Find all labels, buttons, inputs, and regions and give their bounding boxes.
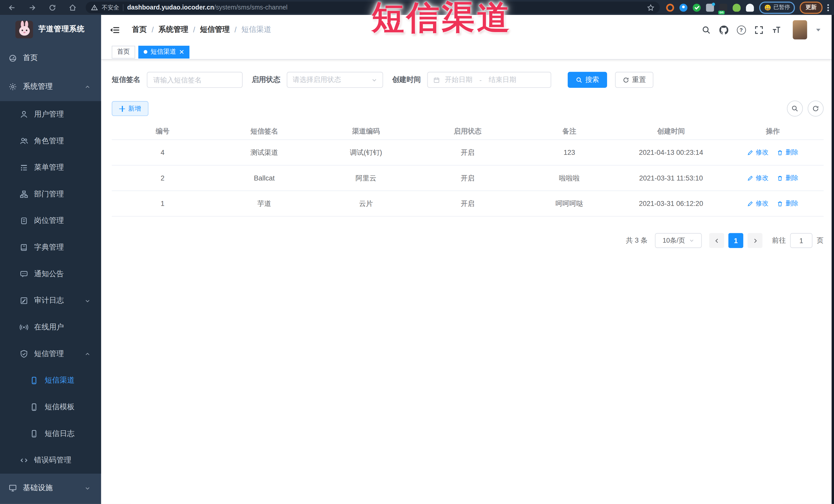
breadcrumb-current: 短信渠道 [241, 25, 271, 35]
extension-people-icon[interactable] [706, 3, 714, 11]
add-button[interactable]: 新增 [112, 101, 148, 116]
sign-input[interactable] [147, 72, 243, 88]
sidebar-item-error-code[interactable]: 错误码管理 [0, 447, 101, 474]
filter-form: 短信签名 启用状态 请选择启用状态 创建时间 开始日期 - 结束日期 [112, 72, 824, 88]
page-number-active[interactable]: 1 [728, 233, 743, 248]
dict-icon [20, 243, 28, 251]
search-button[interactable]: 搜索 [568, 72, 607, 88]
back-icon[interactable] [7, 3, 17, 12]
refresh-button[interactable] [808, 101, 824, 116]
search-icon[interactable] [701, 25, 711, 35]
tags-bar: 首页 短信渠道 [101, 45, 834, 60]
tab-home[interactable]: 首页 [112, 45, 135, 58]
plus-icon [119, 106, 125, 111]
topbar-actions: ? [701, 20, 834, 40]
help-icon[interactable]: ? [737, 25, 746, 35]
extension-alien-icon[interactable] [733, 3, 741, 11]
breadcrumb-home[interactable]: 首页 [132, 25, 147, 35]
pagination: 共 3 条 10条/页 1 前往 页 [112, 233, 824, 248]
date-range-picker[interactable]: 开始日期 - 结束日期 [427, 72, 551, 88]
extension-ghost-icon[interactable] [746, 3, 754, 11]
sidebar-item-dict[interactable]: 字典管理 [0, 234, 101, 261]
bookmark-star-icon[interactable] [647, 4, 655, 11]
sidebar-logo[interactable]: 芋道管理系统 [0, 15, 101, 44]
page-unit-label: 页 [817, 236, 824, 245]
edit-link[interactable]: 修改 [747, 174, 769, 182]
app-title: 芋道管理系统 [38, 24, 85, 34]
paused-label: 已暂停 [773, 4, 790, 11]
gear-icon [8, 82, 17, 91]
sidebar-item-menus[interactable]: 菜单管理 [0, 154, 101, 181]
extension-switch-icon[interactable]: on [720, 3, 727, 11]
edit-link[interactable]: 修改 [747, 148, 769, 157]
delete-link[interactable]: 删除 [777, 199, 798, 208]
security-warning-icon[interactable] [91, 4, 98, 11]
delete-link[interactable]: 删除 [777, 148, 798, 157]
fullscreen-icon[interactable] [754, 25, 763, 35]
browser-nav [7, 3, 77, 12]
sidebar-item-sms-channel[interactable]: 短信渠道 [0, 367, 101, 394]
github-icon[interactable] [719, 25, 728, 35]
sidebar-item-sms-template[interactable]: 短信模板 [0, 394, 101, 420]
sidebar-collapse-icon[interactable] [110, 25, 119, 34]
close-icon[interactable] [179, 49, 184, 54]
font-size-icon[interactable] [771, 25, 781, 35]
reload-icon[interactable] [48, 3, 57, 12]
sidebar-item-sms-log[interactable]: 短信日志 [0, 420, 101, 447]
edit-link[interactable]: 修改 [747, 199, 769, 208]
tab-sms-channel[interactable]: 短信渠道 [138, 45, 190, 58]
update-label: 更新 [806, 4, 817, 11]
shield-icon [20, 350, 28, 358]
topbar: 首页 / 系统管理 / 短信管理 / 短信渠道 ? [101, 15, 834, 45]
breadcrumb-sms[interactable]: 短信管理 [200, 25, 230, 35]
delete-link[interactable]: 删除 [777, 174, 798, 182]
status-select[interactable]: 请选择启用状态 [287, 72, 383, 88]
extension-green-check-icon[interactable] [693, 3, 701, 11]
profile-paused-badge[interactable]: 😄 已暂停 [760, 1, 795, 14]
sidebar-item-online-users[interactable]: 在线用户 [0, 314, 101, 341]
calendar-icon [433, 76, 440, 83]
forward-icon[interactable] [28, 3, 37, 12]
prev-page-button[interactable] [709, 233, 724, 248]
sidebar-item-users[interactable]: 用户管理 [0, 101, 101, 128]
sidebar-item-roles[interactable]: 角色管理 [0, 128, 101, 154]
browser-extensions: on [666, 3, 754, 11]
extension-orange-ring-icon[interactable] [666, 3, 674, 11]
extension-on-badge: on [719, 10, 725, 14]
phone-icon [30, 403, 38, 411]
smiley-emoji-icon: 😄 [764, 4, 771, 11]
table-header-row: 编号 短信签名 渠道编码 启用状态 备注 创建时间 操作 [112, 124, 824, 140]
table-row: 1 芋道 云片 开启 呵呵呵哒 2021-03-31 06:12:20 修改 删… [112, 191, 824, 216]
browser-update-button[interactable]: 更新 [799, 1, 822, 14]
sidebar-item-audit-log[interactable]: 审计日志 [0, 287, 101, 314]
sidebar-item-departments[interactable]: 部门管理 [0, 181, 101, 208]
goto-page-input[interactable] [790, 233, 812, 248]
peoples-icon [20, 137, 28, 145]
pagination-total: 共 3 条 [626, 236, 648, 245]
sign-label: 短信签名 [112, 75, 140, 85]
sms-channel-table: 编号 短信签名 渠道编码 启用状态 备注 创建时间 操作 4 测试渠道 调试(钉… [112, 124, 824, 217]
breadcrumb-system[interactable]: 系统管理 [158, 25, 188, 35]
sidebar-item-system[interactable]: 系统管理 [0, 72, 101, 101]
extension-blue-pin-icon[interactable] [680, 3, 688, 11]
message-icon [20, 270, 28, 278]
breadcrumb: 首页 / 系统管理 / 短信管理 / 短信渠道 [132, 25, 271, 35]
page-size-select[interactable]: 10条/页 [655, 233, 702, 248]
sidebar-item-sms[interactable]: 短信管理 [0, 341, 101, 367]
sidebar-item-infrastructure[interactable]: 基础设施 [0, 474, 101, 502]
toggle-search-button[interactable] [787, 101, 803, 116]
avatar[interactable] [793, 20, 807, 40]
browser-scrollbar[interactable] [832, 15, 834, 504]
sidebar-item-posts[interactable]: 岗位管理 [0, 207, 101, 234]
browser-menu-icon[interactable] [827, 4, 829, 11]
sidebar-item-home[interactable]: 首页 [0, 44, 101, 72]
next-page-button[interactable] [747, 233, 762, 248]
post-icon [20, 217, 28, 225]
avatar-caret-icon[interactable] [816, 28, 821, 31]
home-icon[interactable] [68, 3, 77, 12]
tree-table-icon [20, 163, 28, 172]
address-bar[interactable]: 不安全 dashboard.yudao.iocoder.cn/system/sm… [86, 2, 660, 13]
reset-button[interactable]: 重置 [615, 72, 653, 88]
sidebar: 芋道管理系统 首页 系统管理 用户管理 角色管理 菜单管理 [0, 15, 101, 504]
sidebar-item-notice[interactable]: 通知公告 [0, 261, 101, 288]
